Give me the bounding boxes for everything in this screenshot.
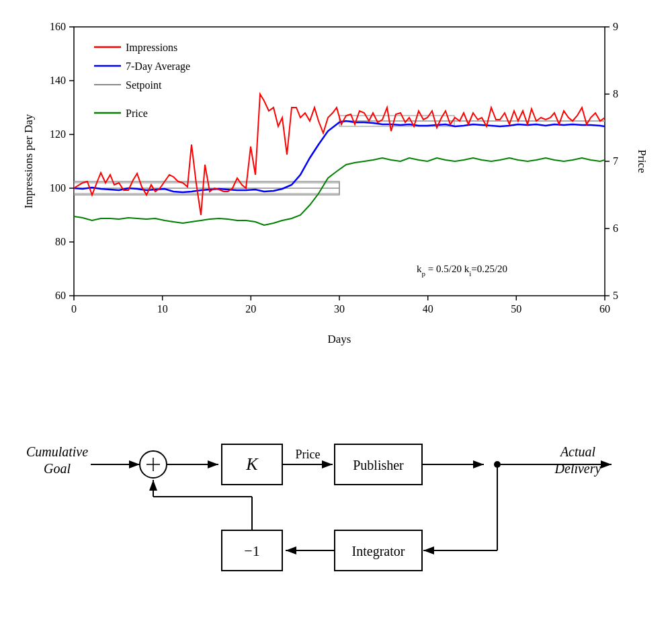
svg-text:20: 20 [245,303,256,315]
svg-text:6: 6 [613,222,618,234]
svg-text:120: 120 [50,128,66,140]
svg-text:140: 140 [50,75,66,86]
y-right-axis: 5 6 7 8 9 [605,21,618,301]
svg-text:40: 40 [423,303,433,315]
neg1-label: −1 [244,542,259,559]
diagram-svg: Cumulative Goal K Price Publisher [20,356,652,610]
svg-text:9: 9 [613,21,618,32]
svg-text:Price: Price [126,108,148,119]
diagram-container: Cumulative Goal K Price Publisher [20,356,652,610]
svg-text:10: 10 [157,303,168,315]
publisher-label: Publisher [353,458,404,472]
chart-container: 0 10 20 30 40 50 60 60 80 [20,13,652,349]
svg-text:80: 80 [55,236,66,247]
price-arrow-label: Price [296,448,321,461]
actual-delivery-label: Actual [559,444,596,459]
svg-text:8: 8 [613,88,618,99]
main-container: 0 10 20 30 40 50 60 60 80 [0,0,672,617]
svg-text:Setpoint: Setpoint [126,79,162,91]
integrator-label: Integrator [352,544,405,559]
x-axis: 0 10 20 30 40 50 60 [71,296,610,315]
svg-text:30: 30 [334,303,345,315]
cumulative-goal-label: Cumulative [26,444,88,459]
k-label: K [245,454,259,474]
y-left-axis: 60 80 100 120 140 160 [50,21,74,301]
cumulative-goal-label2: Goal [44,461,71,476]
svg-text:5: 5 [613,290,618,301]
actual-delivery-label2: Delivery [554,461,601,477]
svg-text:100: 100 [50,182,66,194]
chart-svg: 0 10 20 30 40 50 60 60 80 [20,13,652,349]
y-left-label: Impressions per Day [22,114,35,208]
svg-text:0: 0 [71,303,77,315]
svg-text:60: 60 [55,290,66,301]
svg-text:50: 50 [511,303,521,315]
svg-text:60: 60 [599,303,610,315]
y-right-label: Price [636,150,648,173]
svg-text:7: 7 [613,155,618,167]
x-label: Days [328,333,351,345]
svg-text:160: 160 [50,21,66,32]
svg-text:7-Day Average: 7-Day Average [126,60,190,73]
svg-text:Impressions: Impressions [126,42,177,54]
